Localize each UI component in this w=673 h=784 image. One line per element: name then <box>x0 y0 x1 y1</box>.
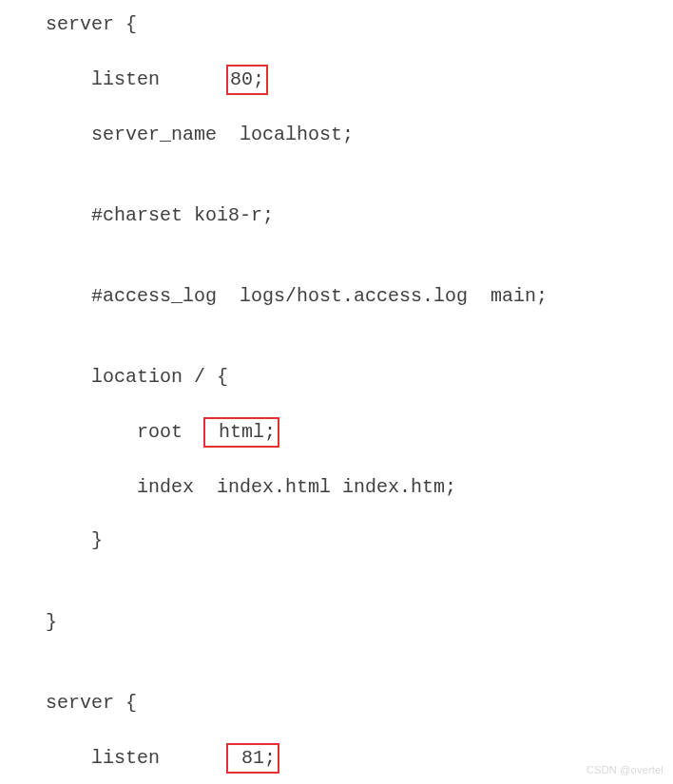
server1-location-open: location / { <box>0 364 673 391</box>
server1-location-close: } <box>0 527 673 554</box>
listen-port-80-highlight: 80; <box>226 65 268 95</box>
root-prefix: root <box>0 421 205 443</box>
nginx-config-block: server { listen 80; server_name localhos… <box>0 11 673 784</box>
server2-listen: listen 81; <box>0 744 673 773</box>
server1-close: } <box>0 609 673 636</box>
root-html-highlight: html; <box>203 417 279 448</box>
listen-prefix: listen <box>0 747 228 769</box>
server1-index: index index.html index.htm; <box>0 474 673 501</box>
listen-prefix: listen <box>0 68 228 90</box>
server1-listen: listen 80; <box>0 66 673 94</box>
server1-server-name: server_name localhost; <box>0 122 673 148</box>
server2-open: server { <box>0 690 673 717</box>
server1-access-log: #access_log logs/host.access.log main; <box>0 283 673 310</box>
listen-port-81-highlight: 81; <box>226 743 279 774</box>
watermark-text: CSDN @overtel <box>586 763 663 778</box>
server1-open: server { <box>0 11 673 38</box>
server1-root: root html; <box>0 418 673 447</box>
server1-charset: #charset koi8-r; <box>0 202 673 229</box>
